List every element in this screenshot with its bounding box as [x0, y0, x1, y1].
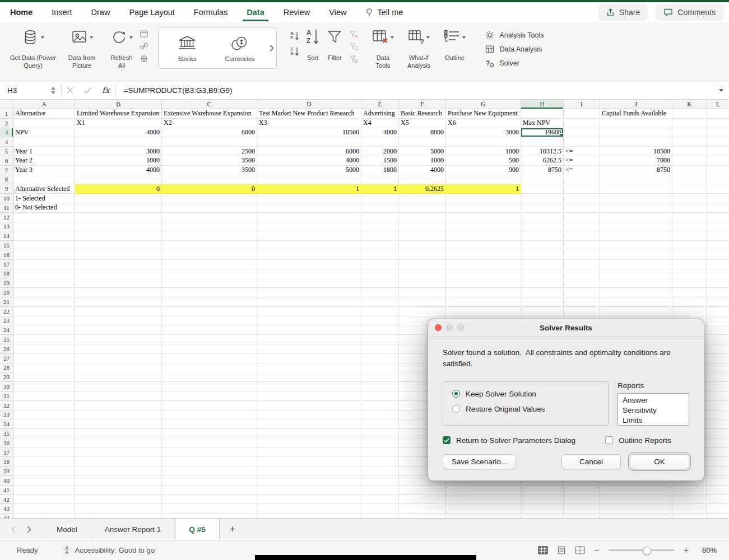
cell-E22[interactable] — [361, 307, 399, 316]
cell-J5[interactable]: 10500 — [600, 147, 672, 156]
cell-A26[interactable] — [13, 344, 75, 354]
cell-L34[interactable] — [707, 419, 729, 429]
cell-E30[interactable] — [361, 382, 399, 391]
cell-L22[interactable] — [707, 307, 729, 316]
cell-K6[interactable] — [672, 156, 707, 166]
cell-B32[interactable] — [75, 401, 162, 410]
cell-E7[interactable]: 1800 — [361, 166, 399, 175]
cell-C39[interactable] — [162, 466, 257, 476]
cell-C8[interactable] — [162, 175, 257, 185]
row-header-38[interactable]: 38 — [0, 457, 13, 466]
ribbon-tab-draw[interactable]: Draw — [90, 5, 112, 20]
cell-C40[interactable] — [162, 476, 257, 486]
cell-L15[interactable] — [707, 241, 729, 250]
cell-L5[interactable] — [707, 147, 729, 156]
cell-H3[interactable]: 19600 — [521, 128, 564, 138]
row-header-15[interactable]: 15 — [0, 241, 13, 250]
cell-C34[interactable] — [162, 419, 257, 429]
cell-G44[interactable] — [446, 514, 521, 518]
data-tools-button[interactable]: Data Tools — [372, 27, 394, 70]
cell-C41[interactable] — [162, 486, 257, 495]
row-header-19[interactable]: 19 — [0, 278, 13, 288]
cell-G2[interactable]: X6 — [446, 119, 521, 128]
row-header-23[interactable]: 23 — [0, 316, 13, 326]
cell-E31[interactable] — [361, 391, 399, 401]
cell-E4[interactable] — [361, 137, 399, 147]
zoom-slider-knob[interactable] — [643, 547, 651, 555]
cell-F5[interactable]: 5000 — [399, 147, 446, 156]
cell-C33[interactable] — [162, 410, 257, 420]
cell-C42[interactable] — [162, 495, 257, 505]
cell-B12[interactable] — [75, 213, 162, 222]
cell-B15[interactable] — [75, 241, 162, 250]
refresh-all-button[interactable]: Refresh All — [107, 27, 136, 70]
cell-K19[interactable] — [672, 278, 707, 288]
cell-G17[interactable] — [446, 260, 521, 269]
cell-L8[interactable] — [707, 175, 729, 185]
reapply-filter-icon[interactable] — [350, 43, 358, 51]
column-header-E[interactable]: E — [361, 100, 399, 109]
cell-L4[interactable] — [707, 137, 729, 147]
cell-H8[interactable] — [521, 175, 564, 185]
cell-H17[interactable] — [521, 260, 564, 269]
cell-J4[interactable] — [600, 137, 672, 147]
cell-D29[interactable] — [257, 372, 361, 382]
cell-B10[interactable] — [75, 194, 162, 203]
minimize-window-icon[interactable] — [446, 324, 453, 331]
cell-K4[interactable] — [672, 137, 707, 147]
cell-B41[interactable] — [75, 486, 162, 495]
cell-D28[interactable] — [257, 363, 361, 373]
cell-F9[interactable]: 0.2625 — [399, 184, 446, 194]
cell-E3[interactable]: 4000 — [361, 128, 399, 138]
row-header-3[interactable]: 3 — [0, 128, 13, 138]
cell-I13[interactable] — [564, 222, 600, 232]
column-header-C[interactable]: C — [162, 100, 257, 109]
cell-I19[interactable] — [564, 278, 600, 288]
cell-D8[interactable] — [257, 175, 361, 185]
cell-J14[interactable] — [600, 231, 672, 241]
cell-A44[interactable] — [13, 514, 75, 518]
cell-C26[interactable] — [162, 344, 257, 354]
cell-E11[interactable] — [361, 203, 399, 213]
cell-K18[interactable] — [672, 269, 707, 279]
cell-A39[interactable] — [13, 466, 75, 476]
cell-B33[interactable] — [75, 410, 162, 420]
cell-A9[interactable]: Alternative Selected — [13, 184, 75, 194]
cell-J22[interactable] — [600, 307, 672, 316]
cell-A15[interactable] — [13, 241, 75, 250]
cell-C2[interactable]: X2 — [162, 119, 257, 128]
row-header-4[interactable]: 4 — [0, 137, 13, 147]
cell-A40[interactable] — [13, 476, 75, 486]
cell-B25[interactable] — [75, 335, 162, 344]
cell-J16[interactable] — [600, 250, 672, 260]
cell-D13[interactable] — [257, 222, 361, 232]
cell-F43[interactable] — [399, 504, 446, 514]
cell-G9[interactable]: 1 — [446, 184, 521, 194]
cell-L3[interactable] — [707, 128, 729, 138]
workbook-connections-icon[interactable] — [140, 55, 148, 62]
stocks-data-type[interactable]: Stocks — [161, 35, 213, 62]
cell-F8[interactable] — [399, 175, 446, 185]
cell-A29[interactable] — [13, 372, 75, 382]
cell-F11[interactable] — [399, 203, 446, 213]
cell-B36[interactable] — [75, 438, 162, 448]
cell-E28[interactable] — [361, 363, 399, 373]
cell-D25[interactable] — [257, 335, 361, 344]
select-all-corner[interactable] — [0, 100, 13, 109]
cell-H12[interactable] — [521, 213, 564, 222]
cell-F41[interactable] — [399, 486, 446, 495]
cell-D14[interactable] — [257, 231, 361, 241]
cell-A19[interactable] — [13, 278, 75, 288]
get-data-button[interactable]: Get Data (Power Query) — [10, 27, 57, 70]
cell-K7[interactable] — [672, 166, 707, 175]
cell-J1[interactable]: Capital Funds Available — [600, 109, 672, 119]
cell-D34[interactable] — [257, 419, 361, 429]
cell-A23[interactable] — [13, 316, 75, 326]
edit-links-icon[interactable] — [140, 43, 148, 50]
cell-H13[interactable] — [521, 222, 564, 232]
report-option-limits[interactable]: Limits — [623, 416, 684, 426]
ribbon-tab-view[interactable]: View — [328, 5, 347, 20]
cell-G7[interactable]: 900 — [446, 166, 521, 175]
cell-E36[interactable] — [361, 438, 399, 448]
cell-J7[interactable]: 8750 — [600, 166, 672, 175]
